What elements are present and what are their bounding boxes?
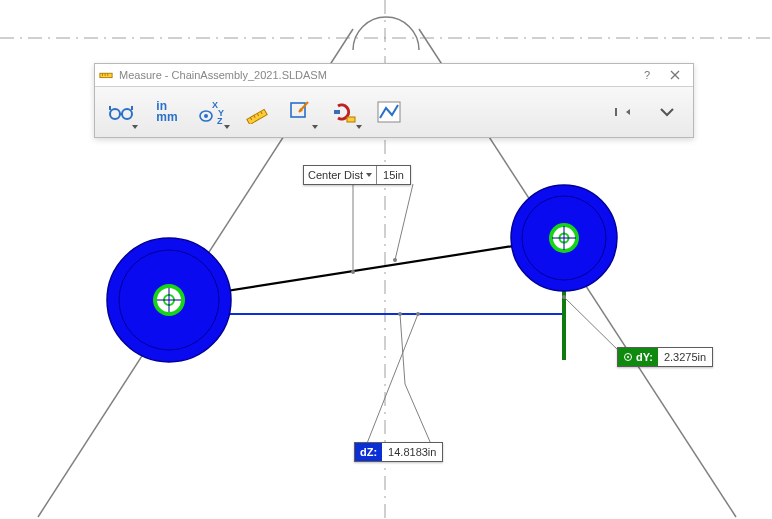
- sprocket-right: [511, 185, 617, 291]
- svg-point-25: [110, 109, 120, 119]
- measure-app-icon: [99, 68, 113, 82]
- svg-text:Z: Z: [217, 116, 223, 125]
- svg-point-18: [627, 356, 629, 358]
- project-icon: [288, 100, 314, 124]
- pin-button[interactable]: [603, 92, 643, 132]
- glasses-icon: [107, 100, 135, 124]
- point-to-point-button[interactable]: [237, 92, 277, 132]
- svg-rect-39: [334, 110, 340, 114]
- graph-button[interactable]: [369, 92, 409, 132]
- pin-icon: [612, 102, 634, 122]
- window-title: Measure - ChainAssembly_2021.SLDASM: [119, 69, 633, 81]
- leader-dy: [564, 297, 624, 356]
- svg-rect-40: [347, 117, 355, 122]
- xyz-icon: X Y Z: [198, 99, 228, 125]
- chevron-down-icon: [224, 125, 230, 129]
- arc-circle-button[interactable]: [101, 92, 141, 132]
- svg-rect-32: [247, 109, 267, 124]
- clamp-icon: [332, 99, 358, 125]
- leader-dz-r: [400, 314, 434, 451]
- svg-rect-37: [291, 103, 305, 117]
- units-button[interactable]: in mm: [145, 92, 189, 132]
- help-icon: ?: [644, 69, 650, 81]
- close-icon: [670, 70, 680, 80]
- help-button[interactable]: ?: [633, 66, 661, 84]
- top-arc: [353, 17, 419, 50]
- leader-dz-l: [364, 314, 418, 451]
- dy-value: 2.3275in: [658, 348, 712, 366]
- center-dist-value: 15in: [377, 166, 410, 184]
- center-dist-callout[interactable]: Center Dist 15in: [303, 165, 411, 185]
- leader-centerdist-r: [395, 184, 413, 260]
- history-button[interactable]: [325, 92, 365, 132]
- dy-callout[interactable]: dY: 2.3275in: [617, 347, 713, 367]
- projection-button[interactable]: [281, 92, 321, 132]
- chevron-down-icon: [312, 125, 318, 129]
- svg-point-28: [204, 114, 208, 118]
- graph-icon: [376, 100, 402, 124]
- sprocket-left: [107, 238, 231, 362]
- units-icon: in mm: [156, 101, 177, 123]
- chevron-down-icon: [132, 125, 138, 129]
- svg-point-0: [351, 270, 355, 274]
- toolbar: in mm X Y Z: [95, 87, 693, 137]
- dz-callout[interactable]: dZ: 14.8183in: [354, 442, 443, 462]
- center-dist-label: Center Dist: [308, 169, 363, 181]
- close-button[interactable]: [661, 66, 689, 84]
- target-icon: [623, 352, 633, 362]
- svg-point-26: [122, 109, 132, 119]
- ruler-icon: [245, 100, 269, 124]
- svg-rect-19: [100, 73, 112, 77]
- titlebar[interactable]: Measure - ChainAssembly_2021.SLDASM ?: [95, 64, 693, 87]
- svg-point-2: [562, 295, 566, 299]
- chevron-down-icon: [658, 105, 676, 119]
- svg-point-1: [393, 258, 397, 262]
- xyz-button[interactable]: X Y Z: [193, 92, 233, 132]
- center-dist-select[interactable]: Center Dist: [304, 166, 377, 184]
- svg-point-4: [398, 312, 402, 316]
- chevron-down-icon: [356, 125, 362, 129]
- dz-label: dZ:: [355, 443, 382, 461]
- dz-value: 14.8183in: [382, 443, 442, 461]
- measure-window: Measure - ChainAssembly_2021.SLDASM ? in: [94, 63, 694, 138]
- dy-label: dY:: [618, 348, 658, 366]
- chevron-down-icon: [366, 173, 372, 177]
- expand-button[interactable]: [647, 92, 687, 132]
- svg-point-3: [416, 312, 420, 316]
